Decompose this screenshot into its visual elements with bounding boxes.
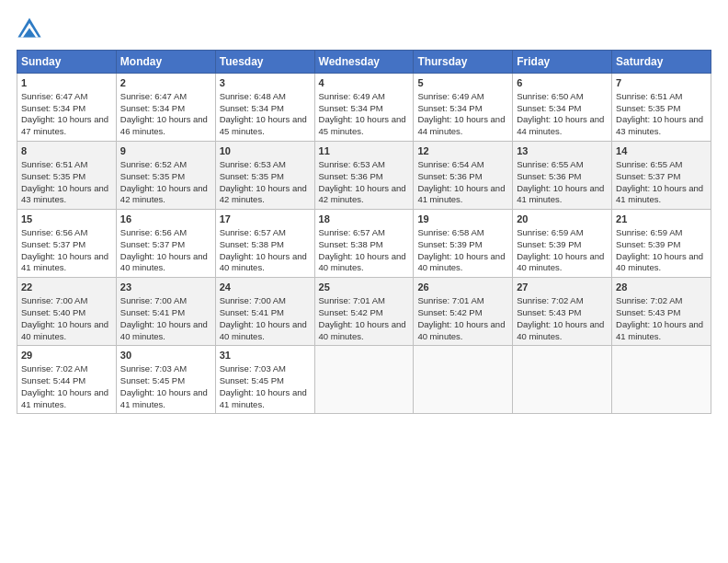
sunset-label: Sunset: 5:36 PM (319, 171, 383, 181)
daylight-label: Daylight: 10 hours and 44 minutes. (417, 114, 505, 136)
sunrise-label: Sunrise: 7:03 AM (120, 363, 187, 373)
daylight-label: Daylight: 10 hours and 45 minutes. (319, 114, 406, 136)
daylight-label: Daylight: 10 hours and 40 minutes. (616, 251, 703, 273)
header-friday: Friday (513, 51, 612, 74)
sunrise-label: Sunrise: 6:54 AM (417, 159, 483, 169)
sunset-label: Sunset: 5:34 PM (21, 103, 85, 113)
day-number: 19 (417, 213, 508, 226)
sunrise-label: Sunrise: 7:02 AM (517, 295, 583, 305)
day-cell-28: 28Sunrise: 7:02 AMSunset: 5:43 PMDayligh… (612, 278, 711, 346)
daylight-label: Daylight: 10 hours and 40 minutes. (21, 319, 108, 341)
sunrise-label: Sunrise: 6:49 AM (417, 91, 483, 101)
sunrise-label: Sunrise: 6:57 AM (319, 227, 385, 237)
daylight-label: Daylight: 10 hours and 44 minutes. (517, 114, 604, 136)
sunset-label: Sunset: 5:35 PM (21, 171, 85, 181)
day-cell-24: 24Sunrise: 7:00 AMSunset: 5:41 PMDayligh… (215, 278, 314, 346)
day-number: 27 (517, 281, 608, 294)
daylight-label: Daylight: 10 hours and 40 minutes. (220, 319, 307, 341)
sunrise-label: Sunrise: 6:52 AM (120, 159, 187, 169)
sunrise-label: Sunrise: 7:00 AM (21, 295, 87, 305)
sunrise-label: Sunrise: 7:03 AM (220, 363, 286, 373)
day-cell-3: 3Sunrise: 6:48 AMSunset: 5:34 PMDaylight… (215, 74, 314, 142)
day-number: 4 (319, 76, 410, 90)
sunrise-label: Sunrise: 6:59 AM (517, 227, 583, 237)
sunset-label: Sunset: 5:42 PM (417, 307, 482, 317)
sunrise-label: Sunrise: 6:47 AM (21, 91, 87, 101)
daylight-label: Daylight: 10 hours and 40 minutes. (120, 251, 208, 273)
sunset-label: Sunset: 5:41 PM (120, 307, 185, 317)
day-cell-2: 2Sunrise: 6:47 AMSunset: 5:34 PMDaylight… (116, 74, 215, 142)
sunset-label: Sunset: 5:36 PM (417, 171, 482, 181)
day-cell-20: 20Sunrise: 6:59 AMSunset: 5:39 PMDayligh… (513, 210, 612, 278)
sunset-label: Sunset: 5:45 PM (120, 375, 185, 385)
daylight-label: Daylight: 10 hours and 41 minutes. (517, 183, 604, 205)
sunrise-label: Sunrise: 6:57 AM (220, 227, 286, 237)
daylight-label: Daylight: 10 hours and 41 minutes. (120, 387, 208, 409)
day-number: 24 (220, 281, 311, 294)
sunset-label: Sunset: 5:36 PM (517, 171, 581, 181)
header-tuesday: Tuesday (215, 51, 314, 74)
sunset-label: Sunset: 5:37 PM (120, 239, 185, 249)
day-number: 23 (120, 281, 211, 294)
daylight-label: Daylight: 10 hours and 45 minutes. (220, 114, 307, 136)
sunset-label: Sunset: 5:38 PM (220, 239, 284, 249)
day-cell-9: 9Sunrise: 6:52 AMSunset: 5:35 PMDaylight… (116, 142, 215, 210)
day-cell-11: 11Sunrise: 6:53 AMSunset: 5:36 PMDayligh… (314, 142, 414, 210)
day-cell-19: 19Sunrise: 6:58 AMSunset: 5:39 PMDayligh… (414, 210, 513, 278)
sunset-label: Sunset: 5:42 PM (319, 307, 383, 317)
logo-icon (17, 17, 42, 42)
sunset-label: Sunset: 5:37 PM (616, 171, 680, 181)
day-cell-22: 22Sunrise: 7:00 AMSunset: 5:40 PMDayligh… (17, 278, 117, 346)
sunset-label: Sunset: 5:34 PM (417, 103, 482, 113)
day-cell-6: 6Sunrise: 6:50 AMSunset: 5:34 PMDaylight… (513, 74, 612, 142)
calendar-header-row: Sunday Monday Tuesday Wednesday Thursday… (17, 51, 711, 74)
sunset-label: Sunset: 5:45 PM (220, 375, 284, 385)
day-cell-17: 17Sunrise: 6:57 AMSunset: 5:38 PMDayligh… (215, 210, 314, 278)
empty-cell (513, 346, 612, 414)
day-number: 5 (417, 76, 508, 90)
day-number: 22 (21, 281, 112, 294)
week-row-5: 29Sunrise: 7:02 AMSunset: 5:44 PMDayligh… (17, 346, 711, 414)
day-cell-29: 29Sunrise: 7:02 AMSunset: 5:44 PMDayligh… (17, 346, 117, 414)
week-row-2: 8Sunrise: 6:51 AMSunset: 5:35 PMDaylight… (17, 142, 711, 210)
day-cell-25: 25Sunrise: 7:01 AMSunset: 5:42 PMDayligh… (314, 278, 414, 346)
week-row-3: 15Sunrise: 6:56 AMSunset: 5:37 PMDayligh… (17, 210, 711, 278)
day-number: 26 (417, 281, 508, 294)
sunrise-label: Sunrise: 6:51 AM (21, 159, 87, 169)
day-cell-8: 8Sunrise: 6:51 AMSunset: 5:35 PMDaylight… (17, 142, 117, 210)
empty-cell (314, 346, 414, 414)
day-number: 11 (319, 144, 410, 158)
day-cell-27: 27Sunrise: 7:02 AMSunset: 5:43 PMDayligh… (513, 278, 612, 346)
daylight-label: Daylight: 10 hours and 41 minutes. (417, 183, 505, 205)
daylight-label: Daylight: 10 hours and 40 minutes. (220, 251, 307, 273)
header-saturday: Saturday (612, 51, 711, 74)
day-number: 29 (21, 349, 112, 362)
daylight-label: Daylight: 10 hours and 41 minutes. (616, 183, 703, 205)
day-cell-26: 26Sunrise: 7:01 AMSunset: 5:42 PMDayligh… (414, 278, 513, 346)
day-cell-1: 1Sunrise: 6:47 AMSunset: 5:34 PMDaylight… (17, 74, 117, 142)
header (17, 17, 711, 42)
day-number: 18 (319, 213, 410, 226)
sunrise-label: Sunrise: 6:59 AM (616, 227, 682, 237)
day-number: 16 (120, 213, 211, 226)
sunset-label: Sunset: 5:35 PM (616, 103, 680, 113)
day-cell-13: 13Sunrise: 6:55 AMSunset: 5:36 PMDayligh… (513, 142, 612, 210)
header-thursday: Thursday (414, 51, 513, 74)
daylight-label: Daylight: 10 hours and 42 minutes. (220, 183, 307, 205)
sunrise-label: Sunrise: 6:51 AM (616, 91, 682, 101)
day-cell-10: 10Sunrise: 6:53 AMSunset: 5:35 PMDayligh… (215, 142, 314, 210)
sunset-label: Sunset: 5:44 PM (21, 375, 85, 385)
daylight-label: Daylight: 10 hours and 40 minutes. (417, 319, 505, 341)
day-number: 21 (616, 213, 707, 226)
sunrise-label: Sunrise: 7:01 AM (417, 295, 483, 305)
day-cell-4: 4Sunrise: 6:49 AMSunset: 5:34 PMDaylight… (314, 74, 414, 142)
daylight-label: Daylight: 10 hours and 40 minutes. (319, 319, 406, 341)
day-number: 9 (120, 144, 211, 158)
daylight-label: Daylight: 10 hours and 41 minutes. (220, 387, 307, 409)
sunrise-label: Sunrise: 6:56 AM (21, 227, 87, 237)
sunset-label: Sunset: 5:40 PM (21, 307, 85, 317)
daylight-label: Daylight: 10 hours and 40 minutes. (319, 251, 406, 273)
week-row-4: 22Sunrise: 7:00 AMSunset: 5:40 PMDayligh… (17, 278, 711, 346)
sunrise-label: Sunrise: 6:53 AM (220, 159, 286, 169)
empty-cell (612, 346, 711, 414)
